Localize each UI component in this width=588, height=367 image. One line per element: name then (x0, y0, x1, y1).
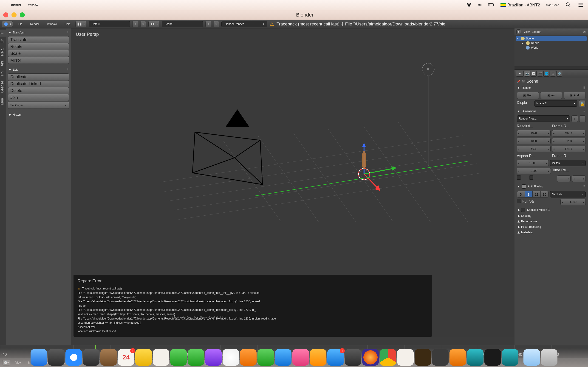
dock-app-contacts[interactable] (100, 349, 117, 366)
dock-app-sublime[interactable] (432, 349, 449, 366)
old-mapping-field[interactable]: ◂▸ (557, 175, 571, 182)
dock-app-terminal[interactable] (484, 349, 501, 366)
editor-type-selector[interactable]: i ▾ (2, 21, 13, 27)
aa-samples-8[interactable]: 8 (525, 191, 533, 198)
dock-app-mail[interactable] (83, 349, 99, 366)
help-menu[interactable]: Help (62, 22, 73, 26)
notification-center-icon[interactable] (578, 2, 584, 9)
delete-button[interactable]: Delete (8, 87, 69, 94)
dock-trash[interactable] (541, 349, 557, 366)
frame-start-field[interactable]: ◂Sta: 1▸ (552, 130, 586, 136)
tab-constraints[interactable]: 🔗 (556, 71, 562, 77)
render-panel-header[interactable]: ▼Render⠿ (517, 85, 586, 91)
datablock-name[interactable]: Scene (527, 79, 538, 84)
tab-render-layers[interactable]: 🖼 (531, 71, 536, 77)
dock-app-finder[interactable] (31, 349, 47, 366)
display-lock-button[interactable]: 🔒 (579, 100, 586, 107)
preset-add-button[interactable]: ＋ (571, 115, 578, 122)
screen-delete-button[interactable]: ✕ (141, 21, 146, 27)
tool-tab-rela[interactable]: Rela (0, 46, 6, 58)
dock-app-notes[interactable] (135, 349, 152, 366)
scene-delete-button[interactable]: ✕ (214, 21, 219, 27)
dock-app-imovie[interactable] (205, 349, 222, 366)
dock-app-calendar[interactable]: 241 (118, 349, 134, 366)
dock-app-textedit[interactable] (397, 349, 414, 366)
aa-samples-segmented[interactable]: 581116 (517, 191, 548, 198)
ani-button[interactable]: ▣Ani (540, 92, 562, 99)
clock[interactable]: Mon 17:47 (546, 3, 559, 7)
file-menu[interactable]: File (15, 22, 25, 26)
window-menu-bl[interactable]: Window (44, 22, 60, 26)
outliner-row-world[interactable]: World (516, 45, 587, 50)
resolution-y-field[interactable]: ◂1080▸ (517, 138, 551, 144)
border-checkbox[interactable] (517, 175, 521, 180)
tool-tab-t[interactable]: T (0, 30, 6, 37)
preset-remove-button[interactable]: － (579, 115, 586, 122)
window-minimize-button[interactable] (11, 12, 17, 17)
aa-enabled-checkbox[interactable] (522, 184, 526, 189)
pin-icon[interactable]: 📌 (517, 80, 520, 83)
performance-panel-header[interactable]: ▶Performance (517, 219, 586, 224)
new-mapping-field[interactable]: ◂▸ (572, 175, 586, 182)
fps-dropdown[interactable]: 24 fps▾ (550, 160, 586, 166)
tab-world[interactable]: 🌐 (544, 71, 549, 77)
dock-app-photos[interactable] (223, 349, 239, 366)
dock-app-itunes[interactable] (292, 349, 309, 366)
dock-app-chrome[interactable] (380, 349, 396, 366)
dock-app-dosbox[interactable] (415, 349, 431, 366)
resolution-pct-field[interactable]: ◂50%▸ (517, 146, 551, 152)
tab-object[interactable]: □ (550, 71, 556, 77)
dock-app-messages[interactable] (170, 349, 187, 366)
viewport-header-bar[interactable] (71, 337, 515, 345)
outliner-type-selector[interactable]: ▾ (516, 29, 521, 34)
mirror-button[interactable]: Mirror (8, 57, 69, 64)
outliner-row-rende[interactable]: ▸Rende (516, 41, 587, 45)
scene-browse-icon[interactable]: ▾ (148, 21, 159, 27)
tool-tab-ani[interactable]: Ani (0, 59, 6, 69)
full-sample-checkbox[interactable] (517, 199, 521, 203)
tab-scene[interactable]: 🎬 (537, 71, 543, 77)
transform-section-header[interactable]: ▼Transform⠿ (8, 30, 69, 35)
post-processing-panel-header[interactable]: ▶Post Processing (517, 224, 586, 230)
screen-browse-icon[interactable]: ▾ (75, 21, 86, 27)
aa-samples-11[interactable]: 11 (533, 191, 541, 198)
aa-samples-16[interactable]: 16 (541, 191, 549, 198)
edit-section-header[interactable]: ▼Edit⠿ (8, 67, 69, 73)
audi-button[interactable]: ▣Audi (564, 92, 586, 99)
scene-field[interactable]: Scene (162, 21, 203, 27)
motion-blur-checkbox[interactable] (521, 208, 525, 212)
ren-button[interactable]: ▣Ren (517, 92, 539, 99)
display-mode-dropdown[interactable]: Image E▾ (534, 100, 578, 107)
dock-app-firefox[interactable] (362, 349, 379, 366)
properties-type-selector[interactable]: ▾ (516, 71, 524, 77)
aa-filter-dropdown[interactable]: Mitchell-▾ (550, 191, 586, 198)
dock-app-maya[interactable] (467, 349, 484, 366)
dock-app-sysprefs[interactable] (345, 349, 361, 366)
aa-samples-5[interactable]: 5 (517, 191, 525, 198)
window-zoom-button[interactable] (20, 12, 25, 17)
tool-tab-grease[interactable]: Grease (0, 78, 6, 95)
dimensions-panel-header[interactable]: ▼Dimensions⠿ (517, 108, 586, 114)
outliner-scrollbar[interactable] (515, 66, 588, 69)
expand-icon[interactable]: ▸ (522, 42, 525, 45)
shading-panel-header[interactable]: ▶Shading (517, 213, 586, 219)
join-button[interactable]: Join (8, 94, 69, 101)
app-menu[interactable]: Blender (11, 3, 21, 7)
aspect-x-field[interactable]: ◂1.000▸ (517, 160, 549, 166)
tab-render[interactable]: 📷 (524, 71, 530, 77)
outliner-search-menu[interactable]: Search (532, 30, 541, 33)
scene-add-button[interactable]: ＋ (205, 21, 211, 27)
dock-app-keynote[interactable] (275, 349, 292, 366)
battery-icon[interactable] (488, 2, 494, 9)
history-section-header[interactable]: ▼History (8, 112, 69, 117)
wifi-icon[interactable] (466, 2, 472, 9)
dock-app-blender[interactable] (450, 349, 466, 366)
render-menu[interactable]: Render (27, 22, 42, 26)
dock-app-reminders[interactable] (153, 349, 169, 366)
dock-app-safari[interactable] (65, 349, 82, 366)
tool-tab-mea[interactable]: Mea (0, 96, 6, 107)
frame-end-field[interactable]: ◂: 250▸ (552, 138, 586, 144)
dock-app-numbers[interactable] (258, 349, 274, 366)
window-menu[interactable]: Window (28, 3, 38, 7)
screen-add-button[interactable]: ＋ (132, 21, 138, 27)
